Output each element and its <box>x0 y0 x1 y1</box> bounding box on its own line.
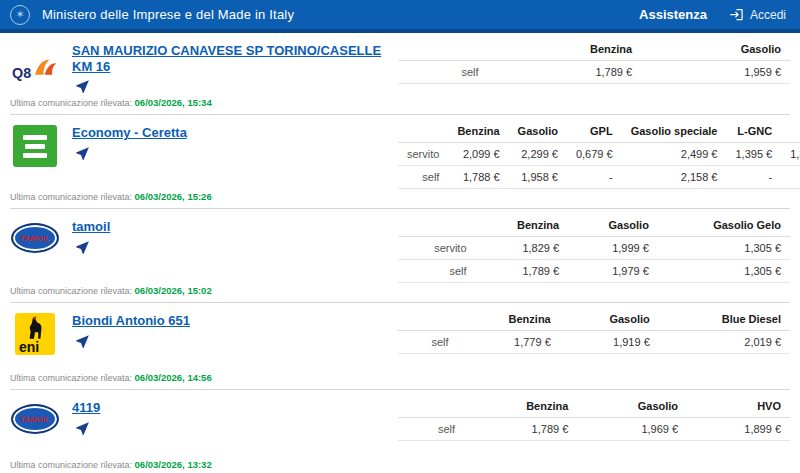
price-cell: 1,899 € <box>687 418 790 441</box>
navigate-arrow-icon[interactable] <box>74 333 91 350</box>
service-type-label: self <box>398 260 476 283</box>
economy-logo <box>13 125 57 167</box>
price-row: self1,789 €1,969 €1,899 € <box>398 418 790 441</box>
price-cell: 1,789 € <box>464 418 577 441</box>
station-card: Q8 SAN MAURIZIO CANAVESE SP TORINO/CASEL… <box>10 33 790 115</box>
station-name-link[interactable]: Economy - Ceretta <box>72 125 187 141</box>
price-cell: 1,349 € <box>781 143 800 166</box>
eni-logo: eni <box>15 313 55 355</box>
price-cell: - <box>726 166 781 189</box>
price-cell: 1,969 € <box>577 418 687 441</box>
q8-logo: Q8 <box>12 54 58 84</box>
fuel-column-header: Benzina <box>464 396 577 418</box>
fuel-column-header: Gasolio <box>509 121 567 143</box>
fuel-column-header: Gasolio speciale <box>622 121 727 143</box>
fuel-price-table: BenzinaGasolio self1,789 €1,959 € <box>398 39 790 84</box>
last-communication-date: 06/03/2026, 15:26 <box>135 191 212 202</box>
fuel-column-header: Gasolio <box>568 215 658 237</box>
price-cell: 1,395 € <box>726 143 781 166</box>
price-cell: 1,958 € <box>509 166 567 189</box>
price-row: self1,779 €1,919 €2,019 € <box>398 331 790 354</box>
fuel-column-header: L-GNC <box>726 121 781 143</box>
fuel-column-header: Gasolio Gelo <box>658 215 790 237</box>
last-communication-label: Ultima comunicazione rilevata: <box>10 373 135 383</box>
accedi-link[interactable]: Accedi <box>729 7 786 22</box>
navigate-arrow-icon[interactable] <box>74 145 91 162</box>
tamoil-logo: TAMOIL <box>11 223 59 253</box>
service-type-label: self <box>398 418 464 441</box>
fuel-price-table: BenzinaGasolioHVO self1,789 €1,969 €1,89… <box>398 396 790 441</box>
station-name-link[interactable]: SAN MAURIZIO CANAVESE SP TORINO/CASELLE … <box>72 43 398 74</box>
station-card: TAMOIL tamoil BenzinaGasolioGasolio Gelo… <box>10 209 790 303</box>
price-row: self1,789 €1,959 € <box>398 61 790 84</box>
station-logo: eni <box>10 313 60 355</box>
fuel-column-header: Benzina <box>476 215 569 237</box>
fuel-column-header: Benzina <box>458 309 560 331</box>
fuel-price-table: BenzinaGasolioGPLGasolio specialeL-GNCGN… <box>398 121 800 189</box>
last-communication: Ultima comunicazione rilevata: 06/03/202… <box>10 370 790 386</box>
last-communication-label: Ultima comunicazione rilevata: <box>10 192 135 202</box>
station-logo: Q8 <box>10 43 60 95</box>
fuel-column-header: HVO <box>687 396 790 418</box>
navigate-arrow-icon[interactable] <box>74 420 91 437</box>
station-card: Economy - Ceretta BenzinaGasolioGPLGasol… <box>10 115 790 209</box>
price-cell: 1,829 € <box>476 237 569 260</box>
fuel-column-header: Benzina <box>448 121 508 143</box>
price-cell: 2,158 € <box>622 166 727 189</box>
service-type-label: servito <box>398 237 476 260</box>
navigate-arrow-icon[interactable] <box>74 239 91 256</box>
station-logo: TAMOIL <box>10 219 60 257</box>
last-communication-label: Ultima comunicazione rilevata: <box>10 460 135 470</box>
service-type-label: servito <box>398 143 448 166</box>
price-row: servito2,099 €2,299 €0,679 €2,499 €1,395… <box>398 143 800 166</box>
station-name-link[interactable]: tamoil <box>72 219 110 235</box>
price-cell: 1,999 € <box>568 237 658 260</box>
last-communication: Ultima comunicazione rilevata: 06/03/202… <box>10 457 790 473</box>
ministry-title: Ministero delle Imprese e del Made in It… <box>42 7 639 22</box>
government-header: ✶ Ministero delle Imprese e del Made in … <box>0 0 800 29</box>
tamoil-logo: TAMOIL <box>11 404 59 434</box>
price-cell: - <box>781 166 800 189</box>
assistenza-link[interactable]: Assistenza <box>639 7 707 22</box>
price-cell: 2,499 € <box>622 143 727 166</box>
last-communication: Ultima comunicazione rilevata: 06/03/202… <box>10 189 790 205</box>
station-name-link[interactable]: 4119 <box>72 400 100 416</box>
price-cell: 1,919 € <box>560 331 659 354</box>
stations-list: Q8 SAN MAURIZIO CANAVESE SP TORINO/CASEL… <box>0 33 800 473</box>
price-cell: 1,305 € <box>658 237 790 260</box>
navigate-arrow-icon[interactable] <box>74 78 91 95</box>
last-communication-date: 06/03/2026, 15:34 <box>135 97 212 108</box>
fuel-column-header: Blue Diesel <box>659 309 790 331</box>
price-cell: 1,779 € <box>458 331 560 354</box>
last-communication-date: 06/03/2026, 14:56 <box>135 372 212 383</box>
price-cell: 1,959 € <box>641 61 790 84</box>
login-icon <box>729 7 744 22</box>
fuel-column-header: Gasolio <box>560 309 659 331</box>
station-card: eni Biondi Antonio 651 BenzinaGasolioBlu… <box>10 303 790 390</box>
italy-emblem-icon: ✶ <box>10 5 30 25</box>
last-communication-date: 06/03/2026, 13:32 <box>135 459 212 470</box>
price-cell: 1,979 € <box>568 260 658 283</box>
price-cell: 2,099 € <box>448 143 508 166</box>
fuel-price-table: BenzinaGasolioBlue Diesel self1,779 €1,9… <box>398 309 790 354</box>
table-corner <box>398 39 488 61</box>
price-row: self1,789 €1,979 €1,305 € <box>398 260 790 283</box>
accedi-label: Accedi <box>750 8 786 22</box>
last-communication: Ultima comunicazione rilevata: 06/03/202… <box>10 283 790 299</box>
fuel-column-header: Gasolio <box>577 396 687 418</box>
fuel-price-table: BenzinaGasolioGasolio Gelo servito1,829 … <box>398 215 790 283</box>
price-cell: 1,305 € <box>658 260 790 283</box>
last-communication: Ultima comunicazione rilevata: 06/03/202… <box>10 95 790 111</box>
fuel-column-header: Gasolio <box>641 39 790 61</box>
last-communication-label: Ultima comunicazione rilevata: <box>10 286 135 296</box>
last-communication-label: Ultima comunicazione rilevata: <box>10 98 135 108</box>
price-row: self1,788 €1,958 €-2,158 €-- <box>398 166 800 189</box>
price-cell: 1,789 € <box>476 260 569 283</box>
station-name-link[interactable]: Biondi Antonio 651 <box>72 313 190 329</box>
price-row: servito1,829 €1,999 €1,305 € <box>398 237 790 260</box>
price-cell: 2,299 € <box>509 143 567 166</box>
station-logo <box>10 125 60 167</box>
fuel-column-header: Benzina <box>488 39 642 61</box>
last-communication-date: 06/03/2026, 15:02 <box>135 285 212 296</box>
service-type-label: self <box>398 331 458 354</box>
